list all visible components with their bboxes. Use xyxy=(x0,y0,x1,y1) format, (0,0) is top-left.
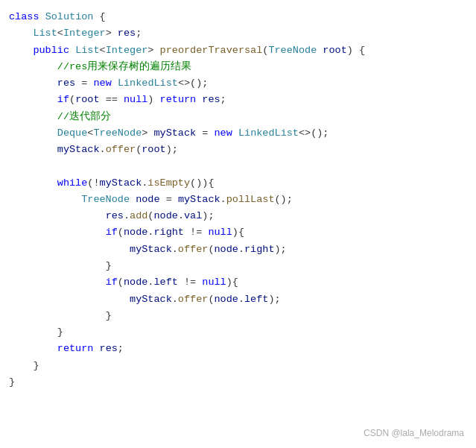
class-name: Solution xyxy=(45,11,94,22)
type-list2: List xyxy=(75,45,99,56)
keyword-null1: null xyxy=(124,94,147,105)
method-preorder: preorderTraversal xyxy=(160,45,263,56)
keyword-if1: if xyxy=(57,94,69,105)
type-integer2: Integer xyxy=(106,45,148,56)
method-add: add xyxy=(130,210,147,221)
field-val: val xyxy=(184,210,202,221)
var-node5: node xyxy=(124,277,147,288)
var-node2: node xyxy=(153,210,177,221)
type-deque: Deque xyxy=(57,127,88,139)
var-mystack6: myStack xyxy=(130,294,172,305)
method-offer3: offer xyxy=(178,294,209,305)
comment-2: //迭代部分 xyxy=(57,111,111,122)
var-root3: root xyxy=(142,144,165,155)
var-node1: node xyxy=(136,194,159,205)
keyword-return2: return xyxy=(57,343,94,354)
keyword-null2: null xyxy=(208,227,232,238)
var-mystack3: myStack xyxy=(100,177,142,189)
keyword-while: while xyxy=(57,177,88,189)
method-isempty: isEmpty xyxy=(147,177,190,189)
type-integer: Integer xyxy=(63,28,106,39)
var-mystack2: myStack xyxy=(57,144,100,155)
code-content: class Solution { List<Integer> res; publ… xyxy=(0,6,476,394)
keyword-public: public xyxy=(33,45,69,56)
var-mystack1: myStack xyxy=(153,127,196,139)
field-right1: right xyxy=(153,227,184,238)
keyword-return1: return xyxy=(160,94,197,105)
field-right2: right xyxy=(244,244,275,255)
keyword-class: class xyxy=(9,11,39,22)
field-left2: left xyxy=(244,294,268,305)
var-node3: node xyxy=(124,227,147,238)
comment-1: //res用来保存树的遍历结果 xyxy=(57,61,192,72)
keyword-new2: new xyxy=(215,127,232,139)
type-linkedlist2: LinkedList xyxy=(238,127,299,139)
var-res3: res xyxy=(202,94,220,105)
var-node6: node xyxy=(214,294,238,305)
keyword-null3: null xyxy=(202,277,226,288)
method-polllast: pollLast xyxy=(226,194,275,205)
var-node4: node xyxy=(214,244,238,255)
type-list: List xyxy=(33,28,57,39)
var-res: res xyxy=(118,28,136,39)
type-treenode: TreeNode xyxy=(268,45,317,56)
var-res4: res xyxy=(106,210,124,221)
watermark-text: CSDN @lala_Melodrama xyxy=(364,426,464,441)
type-treenode3: TreeNode xyxy=(81,194,130,205)
method-offer2: offer xyxy=(178,244,209,255)
var-res5: res xyxy=(100,343,118,354)
method-offer1: offer xyxy=(106,144,136,155)
keyword-if3: if xyxy=(106,277,118,288)
code-editor: class Solution { List<Integer> res; publ… xyxy=(0,0,476,448)
var-root2: root xyxy=(75,94,99,105)
var-root: root xyxy=(323,45,346,56)
field-left1: left xyxy=(153,277,177,288)
keyword-if2: if xyxy=(106,227,118,238)
type-treenode2: TreeNode xyxy=(93,127,142,139)
var-mystack5: myStack xyxy=(130,244,172,255)
keyword-new1: new xyxy=(93,78,111,89)
var-res2: res xyxy=(57,78,75,89)
type-linkedlist1: LinkedList xyxy=(118,78,178,89)
var-mystack4: myStack xyxy=(178,194,220,205)
